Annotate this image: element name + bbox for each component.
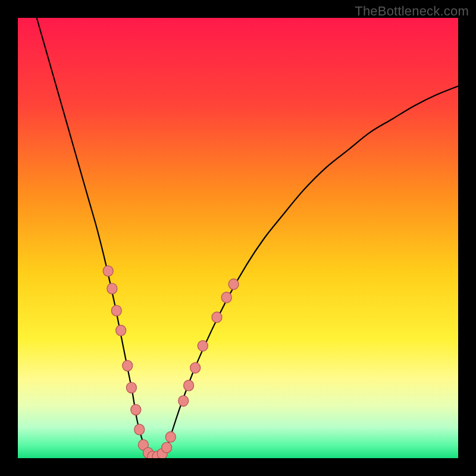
watermark-text: TheBottleneck.com — [355, 4, 469, 19]
curve-dot — [111, 305, 121, 316]
outer-frame: TheBottleneck.com — [0, 0, 476, 476]
curve-dot — [131, 405, 141, 415]
curve-dot — [212, 312, 222, 322]
curve-dot — [165, 432, 176, 443]
curve-dot — [134, 424, 145, 435]
curve-dot — [123, 361, 133, 371]
bottleneck-curve — [36, 18, 458, 457]
plot-area — [18, 18, 458, 458]
chart-svg — [18, 18, 458, 458]
curve-dot — [178, 396, 189, 406]
curve-dot — [190, 362, 201, 373]
curve-dot — [198, 340, 208, 351]
curve-dot — [107, 283, 117, 294]
curve-dot — [103, 266, 113, 277]
curve-dot — [126, 383, 136, 393]
curve-dot — [184, 380, 194, 391]
curve-dots-group — [103, 266, 239, 458]
curve-dot — [228, 279, 239, 290]
curve-dot — [162, 442, 172, 453]
curve-dot — [221, 292, 231, 303]
curve-dot — [116, 325, 126, 336]
